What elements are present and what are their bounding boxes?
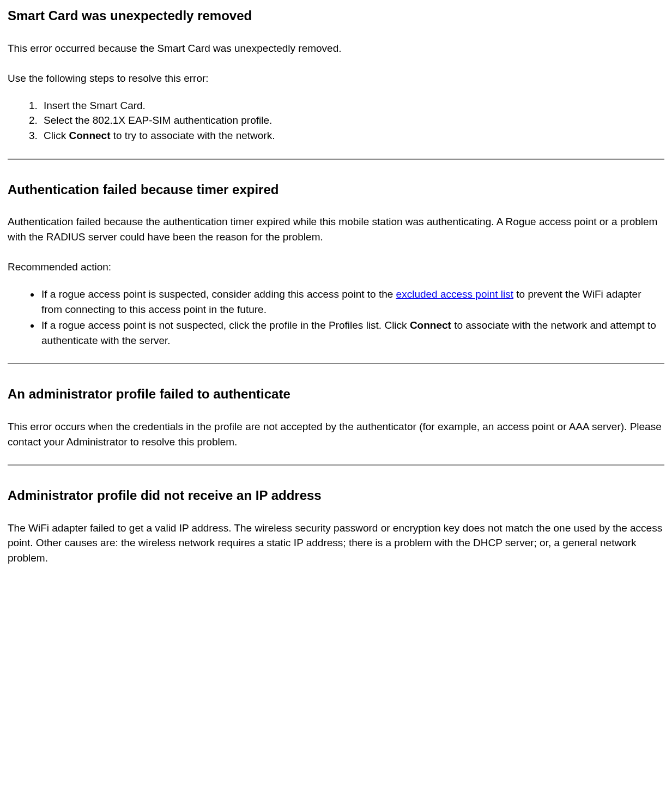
section-heading-timer-expired: Authentication failed because timer expi… [8, 179, 664, 200]
text: If a rogue access point is not suspected… [41, 319, 410, 331]
excluded-access-point-link[interactable]: excluded access point list [396, 288, 513, 300]
bold-text: Connect [410, 319, 451, 331]
list-item: Select the 802.1X EAP-SIM authentication… [40, 113, 664, 128]
paragraph: Authentication failed because the authen… [8, 214, 664, 244]
paragraph: This error occurred because the Smart Ca… [8, 41, 664, 56]
text: Click [44, 130, 69, 141]
bullet-list: If a rogue access point is suspected, co… [8, 287, 664, 348]
text: to try to associate with the network. [110, 130, 275, 141]
section-heading-admin-profile-ip: Administrator profile did not receive an… [8, 485, 664, 505]
bold-text: Connect [69, 130, 110, 141]
section-heading-admin-profile-auth: An administrator profile failed to authe… [8, 384, 664, 404]
ordered-steps-list: Insert the Smart Card. Select the 802.1X… [8, 98, 664, 143]
paragraph: Recommended action: [8, 259, 664, 275]
divider [8, 363, 664, 364]
list-item: If a rogue access point is not suspected… [40, 318, 664, 348]
divider [8, 464, 664, 466]
list-item: Insert the Smart Card. [40, 98, 664, 113]
paragraph: This error occurs when the credentials i… [8, 419, 664, 449]
text: If a rogue access point is suspected, co… [41, 288, 396, 300]
paragraph: Use the following steps to resolve this … [8, 71, 664, 86]
paragraph: The WiFi adapter failed to get a valid I… [8, 521, 664, 566]
divider [8, 159, 664, 160]
list-item: Click Connect to try to associate with t… [40, 128, 664, 143]
section-heading-smart-card: Smart Card was unexpectedly removed [8, 5, 664, 26]
list-item: If a rogue access point is suspected, co… [40, 287, 664, 317]
